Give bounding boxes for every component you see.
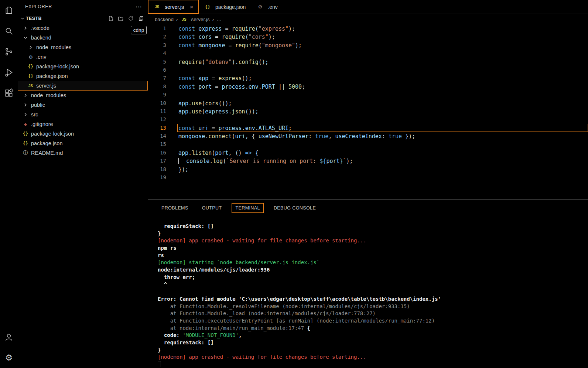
breadcrumb-item[interactable]: JSserver.js <box>181 16 210 23</box>
file-tree-item-package-lock.json[interactable]: {}package-lock.json <box>18 129 148 139</box>
more-actions-icon[interactable]: ⋯ <box>135 3 142 11</box>
file-tree-item-node_modules[interactable]: node_modules <box>18 42 148 52</box>
panel-tab-bar: PROBLEMSOUTPUTTERMINALDEBUG CONSOLE <box>148 200 588 216</box>
file-tree-item-.vscode[interactable]: .vscode <box>18 23 148 33</box>
terminal-line: at node:internal/main/run_main_module:17… <box>158 325 588 332</box>
search-icon[interactable] <box>0 21 18 41</box>
file-name: .env <box>36 54 46 60</box>
code-line: 14mongoose.connect(uri, { useNewUrlParse… <box>148 132 588 140</box>
code-line: 10app.use(cors()); <box>148 99 588 107</box>
line-number: 4 <box>148 49 166 57</box>
file-tree-item-package.json[interactable]: {}package.json <box>18 139 148 148</box>
code-line: 15 <box>148 140 588 148</box>
chevron-right-icon: › <box>176 17 178 22</box>
line-number: 7 <box>148 74 166 82</box>
explorer-icon[interactable] <box>0 0 18 21</box>
gear-icon: ⚙ <box>256 4 264 10</box>
braces-icon: {} <box>27 63 34 70</box>
extensions-icon[interactable] <box>0 83 18 103</box>
line-number: 14 <box>148 132 166 140</box>
line-number: 11 <box>148 107 166 115</box>
file-name: package.json <box>31 140 62 146</box>
breadcrumb-item[interactable]: … <box>216 17 222 22</box>
chevron-right-icon <box>22 102 29 108</box>
line-number: 16 <box>148 149 166 157</box>
code-line: 13const uri = process.env.ATLAS_URI; <box>148 124 588 132</box>
editor-cursor <box>178 158 179 164</box>
terminal-line: code: 'MODULE_NOT_FOUND', <box>158 332 588 339</box>
code-line: 2const cors = require("cors"); <box>148 33 588 41</box>
file-tree-item-README.md[interactable]: ⓘREADME.md <box>18 148 148 158</box>
panel-tab-output[interactable]: OUTPUT <box>198 203 226 213</box>
new-file-icon[interactable] <box>107 15 114 22</box>
code-text: const port = process.env.PORT || 5000; <box>177 82 588 91</box>
panel-tab-problems[interactable]: PROBLEMS <box>158 203 192 213</box>
file-tree-item-package.json[interactable]: {}package.json <box>18 71 148 81</box>
code-text: app.use(express.json()); <box>177 107 588 115</box>
chevron-right-icon: › <box>212 17 214 22</box>
file-tree-item-node_modules[interactable]: node_modules <box>18 91 148 100</box>
explorer-title: EXPLORER <box>25 4 52 9</box>
code-text: const mongoose = require("mongoose"); <box>177 41 588 49</box>
terminal-line: [nodemon] app crashed - waiting for file… <box>158 354 588 361</box>
file-name: README.md <box>31 150 63 156</box>
panel-tab-debug-console[interactable]: DEBUG CONSOLE <box>270 203 319 213</box>
line-number: 19 <box>148 173 166 181</box>
js-icon: JS <box>181 16 188 23</box>
code-text-current-line: const uri = process.env.ATLAS_URI; <box>177 124 588 132</box>
terminal-line: Error: Cannot find module 'C:\users\edga… <box>158 296 588 303</box>
code-line: 9 <box>148 91 588 99</box>
explorer-sidebar: EXPLORER ⋯ TESTB <box>18 0 148 368</box>
account-icon[interactable] <box>0 327 18 347</box>
terminal-line <box>158 361 588 368</box>
code-text: console.log(`Server is running on port: … <box>177 157 588 165</box>
file-tree-item-server.js[interactable]: JSserver.js <box>18 81 148 91</box>
file-tree-item-public[interactable]: public <box>18 100 148 110</box>
terminal-output[interactable]: requireStack: []}[nodemon] app crashed -… <box>148 216 588 368</box>
code-line: 7const app = express(); <box>148 74 588 82</box>
line-number: 18 <box>148 165 166 173</box>
collapse-all-icon[interactable] <box>137 15 144 22</box>
file-tree-item-package-lock.json[interactable]: {}package-lock.json <box>18 62 148 71</box>
line-number: 10 <box>148 99 166 107</box>
chevron-right-icon <box>27 44 34 51</box>
code-text <box>177 115 588 123</box>
line-number: 3 <box>148 41 166 49</box>
file-tree-item-backend[interactable]: backend <box>18 33 148 42</box>
file-name: src <box>31 112 38 117</box>
braces-icon: {} <box>22 130 29 137</box>
info-icon: ⓘ <box>22 150 29 156</box>
close-icon[interactable]: × <box>190 4 193 10</box>
code-line: 17 console.log(`Server is running on por… <box>148 157 588 165</box>
panel-tab-terminal[interactable]: TERMINAL <box>232 203 263 213</box>
tab-.env[interactable]: ⚙.env <box>251 0 283 14</box>
code-line: 18}); <box>148 165 588 173</box>
file-tree-item-.env[interactable]: ⚙.env <box>18 52 148 62</box>
git-icon: ◆ <box>22 121 29 127</box>
file-tree-item-.gitignore[interactable]: ◆.gitignore <box>18 119 148 129</box>
tab-server.js[interactable]: JSserver.js× <box>148 0 199 14</box>
code-line: 12 <box>148 115 588 123</box>
js-icon: JS <box>27 82 34 89</box>
tab-package.json[interactable]: {}package.json <box>199 0 252 14</box>
file-tree-item-src[interactable]: src <box>18 110 148 119</box>
activity-bar-bottom: ⚙ <box>0 327 18 368</box>
new-folder-icon[interactable] <box>117 15 124 22</box>
terminal-line <box>158 288 588 296</box>
code-area[interactable]: 1const express = require("express");2con… <box>148 24 588 200</box>
source-control-icon[interactable] <box>0 41 18 62</box>
code-line: 3const mongoose = require("mongoose"); <box>148 41 588 49</box>
settings-gear-icon[interactable]: ⚙ <box>0 347 18 368</box>
line-number: 12 <box>148 115 166 123</box>
terminal-line: [nodemon] app crashed - waiting for file… <box>158 237 588 245</box>
terminal-line: node:internal/modules/cjs/loader:936 <box>158 266 588 274</box>
terminal-line: } <box>158 347 588 354</box>
breadcrumb-item[interactable]: backend <box>155 17 174 22</box>
run-debug-icon[interactable] <box>0 62 18 83</box>
line-number: 9 <box>148 91 166 99</box>
breadcrumb-label: backend <box>155 17 174 22</box>
refresh-icon[interactable] <box>127 15 134 22</box>
activity-bar: ⚙ <box>0 0 18 368</box>
workspace-section-header[interactable]: TESTB <box>18 13 148 23</box>
terminal-line: at Function.executeUserEntryPoint [as ru… <box>158 317 588 325</box>
